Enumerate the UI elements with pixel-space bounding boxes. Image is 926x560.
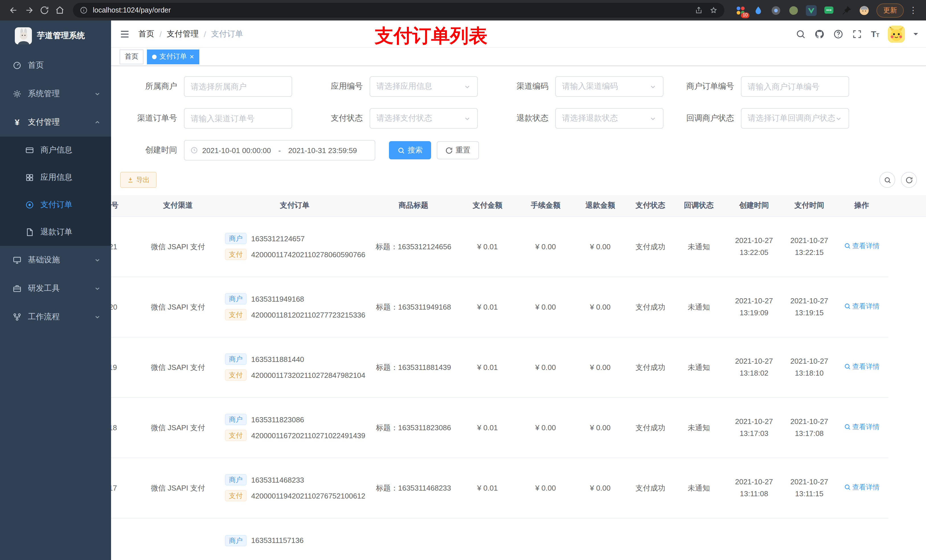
search-button-label: 搜索 (408, 145, 422, 155)
caret-down-icon[interactable] (914, 33, 918, 38)
github-icon[interactable] (815, 29, 825, 39)
refund-amount-cell: ¥ 0.00 (573, 216, 628, 276)
sidebar-item-pay-order[interactable]: 支付订单 (0, 191, 111, 219)
close-icon[interactable]: × (190, 53, 194, 60)
site-info-icon[interactable] (80, 6, 88, 14)
refund-amount-cell (573, 518, 628, 560)
reset-button[interactable]: 重置 (437, 141, 479, 159)
sidebar-item-label: 商户信息 (41, 145, 72, 155)
sidebar-item-infrastructure[interactable]: 基础设施 (0, 246, 111, 274)
merchant-input[interactable] (184, 76, 292, 97)
sidebar-item-app-info[interactable]: 应用信息 (0, 164, 111, 191)
tab-label: 首页 (125, 52, 138, 62)
share-icon[interactable] (695, 6, 703, 14)
back-button[interactable] (6, 3, 21, 18)
tab-home[interactable]: 首页 (120, 49, 144, 64)
sidebar-item-system[interactable]: 系统管理 (0, 80, 111, 108)
merchant-order-no-input[interactable] (741, 76, 849, 97)
reload-button[interactable] (36, 3, 52, 18)
sidebar-item-refund-order[interactable]: 退款订单 (0, 219, 111, 246)
pay-badge: 支付 (225, 369, 247, 381)
hamburger-icon[interactable] (119, 28, 130, 39)
bookmark-star-icon[interactable] (710, 6, 717, 14)
export-button[interactable]: 导出 (120, 172, 157, 188)
user-avatar[interactable] (888, 25, 905, 42)
view-detail-link[interactable]: 查看详情 (844, 361, 879, 373)
sidebar-item-label: 支付订单 (41, 200, 72, 210)
navbar-actions: TT (796, 25, 918, 42)
view-detail-link[interactable]: 查看详情 (844, 300, 879, 312)
address-bar[interactable]: localhost:1024/pay/order (73, 3, 725, 18)
globe-extension-icon[interactable] (770, 5, 781, 16)
product-title-cell: 标题：1635311881439 (370, 337, 457, 397)
search-button[interactable]: 搜索 (389, 141, 431, 159)
url-text[interactable]: localhost:1024/pay/order (93, 6, 695, 14)
vue-devtools-icon[interactable] (805, 5, 817, 16)
date-start[interactable]: 2021-10-01 00:00:00 (202, 146, 271, 154)
extensions-grid-icon[interactable]: 10 (735, 5, 746, 16)
product-title-cell: 标题：1635311823086 (370, 397, 457, 457)
create-time-cell: 2021-10-2713:18:02 (725, 337, 784, 397)
chevron-down-icon (94, 91, 101, 97)
font-size-icon[interactable]: TT (871, 29, 879, 39)
select-placeholder: 请选择退款状态 (562, 113, 618, 124)
sidebar-item-merchant-info[interactable]: 商户信息 (0, 137, 111, 164)
refresh-button[interactable] (901, 172, 917, 188)
actions-cell (835, 518, 888, 560)
sidebar-item-payment[interactable]: ¥ 支付管理 (0, 108, 111, 137)
tab-pay-order[interactable]: 支付订单 × (147, 49, 199, 64)
refund-status-select[interactable]: 请选择退款状态 (555, 108, 663, 128)
view-detail-link[interactable]: 查看详情 (844, 421, 879, 433)
channel-order-no-input[interactable] (184, 108, 292, 128)
pin-icon[interactable] (841, 5, 852, 16)
circle-extension-icon[interactable] (788, 5, 799, 16)
pay-amount-cell: ¥ 0.01 (457, 276, 518, 337)
pay-order-cell: 商户 1635311157136 (219, 518, 370, 560)
view-detail-label: 查看详情 (852, 482, 879, 494)
sidebar-item-dev-tools[interactable]: 研发工具 (0, 274, 111, 303)
product-title-cell: 标题：1635311468233 (370, 457, 457, 518)
browser-update-button[interactable]: 更新 (876, 3, 904, 17)
breadcrumb-separator: / (159, 29, 162, 38)
view-detail-link[interactable]: 查看详情 (844, 240, 879, 252)
chevron-down-icon (94, 314, 101, 320)
filter-form: 所属商户 应用编号 请选择应用信息 渠道编码 (111, 66, 926, 160)
app-id-select[interactable]: 请选择应用信息 (369, 76, 478, 97)
breadcrumb-home[interactable]: 首页 (138, 29, 154, 39)
chat-extension-icon[interactable] (823, 5, 834, 16)
breadcrumb-pay-manage[interactable]: 支付管理 (167, 29, 199, 39)
home-button[interactable] (52, 3, 67, 18)
channel-code-select[interactable]: 请输入渠道编码 (555, 76, 663, 97)
memoji-avatar-icon[interactable] (858, 5, 870, 16)
fullscreen-icon[interactable] (852, 29, 862, 39)
help-icon[interactable] (834, 29, 844, 39)
app-frame: 芋道管理系统 首页 系统管理 ¥ 支付管理 商户信息 (0, 21, 926, 560)
drop-extension-icon[interactable] (752, 5, 764, 16)
order-id-cell (111, 518, 137, 560)
pay-badge: 支付 (225, 430, 247, 441)
forward-button[interactable] (21, 3, 36, 18)
chevron-down-icon (649, 115, 657, 122)
create-time-range[interactable]: 2021-10-01 00:00:00 - 2021-10-31 23:59:5… (184, 140, 375, 160)
column-header: 商品标题 (370, 195, 457, 216)
pay-time-cell: 2021-10-2713:11:15 (784, 457, 835, 518)
merchant-order-no: 1635311949168 (251, 293, 304, 305)
order-id-cell: 118 (111, 397, 137, 457)
column-header: 支付渠道 (137, 195, 219, 216)
search-icon[interactable] (796, 29, 806, 39)
pay-status-select[interactable]: 请选择支付状态 (369, 108, 478, 128)
card-icon (25, 146, 34, 155)
toggle-search-button[interactable] (879, 172, 895, 188)
filter-label: 渠道订单号 (120, 113, 184, 124)
pay-channel-cell: 微信 JSAPI 支付 (137, 457, 219, 518)
sidebar-item-workflow[interactable]: 工作流程 (0, 303, 111, 331)
notify-status-cell (673, 518, 725, 560)
date-end[interactable]: 2021-10-31 23:59:59 (288, 146, 357, 154)
browser-menu-icon[interactable]: ⋮ (906, 5, 920, 15)
callback-status-select[interactable]: 请选择订单回调商户状态 (741, 108, 849, 128)
view-detail-link[interactable]: 查看详情 (844, 482, 879, 494)
table-tools (879, 172, 917, 188)
breadcrumb: 首页 / 支付管理 / 支付订单 (138, 29, 243, 39)
column-header: 退款金额 (573, 195, 628, 216)
sidebar-item-home[interactable]: 首页 (0, 51, 111, 80)
